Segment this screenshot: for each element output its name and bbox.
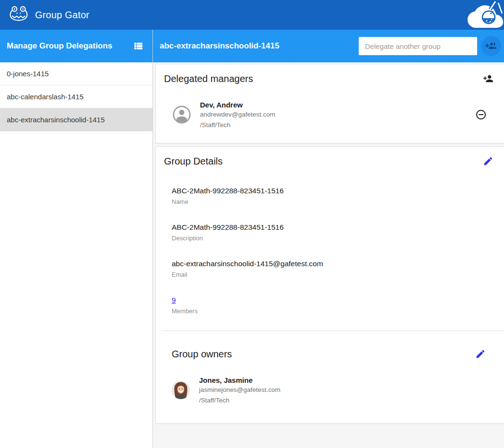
delegate-group-button[interactable] (481, 36, 501, 56)
owner-name: Jones, Jasmine (199, 376, 281, 384)
members-count-link[interactable]: 9 (172, 296, 176, 304)
group-owners-title: Group owners (172, 349, 232, 360)
remove-circle-icon (475, 109, 487, 120)
sidebar-item-label: 0-jones-1415 (7, 70, 49, 78)
field-description: ABC-2Math-992288-823451-1516 Description (172, 223, 504, 242)
cloud-flask-icon (467, 0, 504, 29)
sidebar-header: Manage Group Delegations (0, 30, 152, 62)
remove-manager-button[interactable] (475, 109, 487, 120)
view-list-icon[interactable] (132, 40, 144, 52)
owner-row: Jones, Jasmine jasminejones@gafetest.com… (172, 376, 486, 404)
group-details-fields: ABC-2Math-992288-823451-1516 Name ABC-2M… (156, 187, 504, 315)
field-email-value: abc-extracharsinschoolid-1415@gafetest.c… (172, 259, 504, 268)
person-add-icon (483, 73, 493, 84)
gator-icon (9, 5, 29, 25)
add-manager-button[interactable] (483, 73, 493, 84)
sidebar: Manage Group Delegations 0-jones-1415 ab… (0, 30, 153, 448)
manager-email: andrewdev@gafetest.com (200, 111, 275, 118)
group-add-icon (485, 40, 497, 52)
manager-org: /Staff/Tech (200, 121, 275, 129)
owner-email: jasminejones@gafetest.com (199, 386, 281, 393)
edit-group-details-button[interactable] (483, 156, 493, 166)
field-description-label: Description (172, 235, 504, 242)
manager-row: Dev, Andrew andrewdev@gafetest.com /Staf… (164, 101, 493, 129)
field-description-value: ABC-2Math-992288-823451-1516 (172, 223, 504, 232)
field-name: ABC-2Math-992288-823451-1516 Name (172, 187, 504, 205)
sidebar-item-0-jones-1415[interactable]: 0-jones-1415 (0, 62, 152, 85)
main-content: Delegated managers (153, 62, 504, 448)
app-title: Group Gator (35, 10, 89, 21)
delegated-managers-card: Delegated managers (155, 64, 504, 143)
main-header: abc-extracharsinschoolid-1415 (153, 30, 504, 62)
app-header: Group Gator (0, 0, 504, 30)
sidebar-title: Manage Group Delegations (7, 41, 112, 51)
sidebar-item-label: abc-calendarslash-1415 (7, 93, 83, 101)
field-email: abc-extracharsinschoolid-1415@gafetest.c… (172, 259, 504, 278)
main-panel: abc-extracharsinschoolid-1415 Delegated … (153, 30, 504, 448)
field-email-label: Email (172, 271, 504, 278)
delegated-managers-title: Delegated managers (164, 73, 253, 84)
pencil-icon (475, 349, 486, 359)
field-members: 9 Members (172, 296, 504, 315)
selected-group-title: abc-extracharsinschoolid-1415 (160, 41, 359, 51)
field-name-label: Name (172, 198, 504, 205)
person-placeholder-avatar (173, 106, 191, 124)
edit-group-owners-button[interactable] (475, 349, 486, 359)
group-details-title: Group Details (164, 156, 223, 167)
owner-org: /Staff/Tech (199, 397, 281, 404)
group-details-card: Group Details ABC-2Math-992288-823451-15… (155, 146, 504, 424)
owner-photo-avatar (172, 381, 190, 399)
delegate-group-input[interactable] (359, 37, 477, 55)
field-name-value: ABC-2Math-992288-823451-1516 (172, 187, 504, 195)
group-owners-section: Group owners (156, 331, 504, 404)
manager-name: Dev, Andrew (200, 101, 275, 109)
sidebar-item-label: abc-extracharsinschoolid-1415 (7, 116, 105, 124)
sidebar-item-abc-calendarslash-1415[interactable]: abc-calendarslash-1415 (0, 85, 152, 108)
pencil-icon (483, 156, 493, 166)
field-members-label: Members (172, 307, 504, 315)
sidebar-item-abc-extracharsinschoolid-1415[interactable]: abc-extracharsinschoolid-1415 (0, 108, 152, 131)
